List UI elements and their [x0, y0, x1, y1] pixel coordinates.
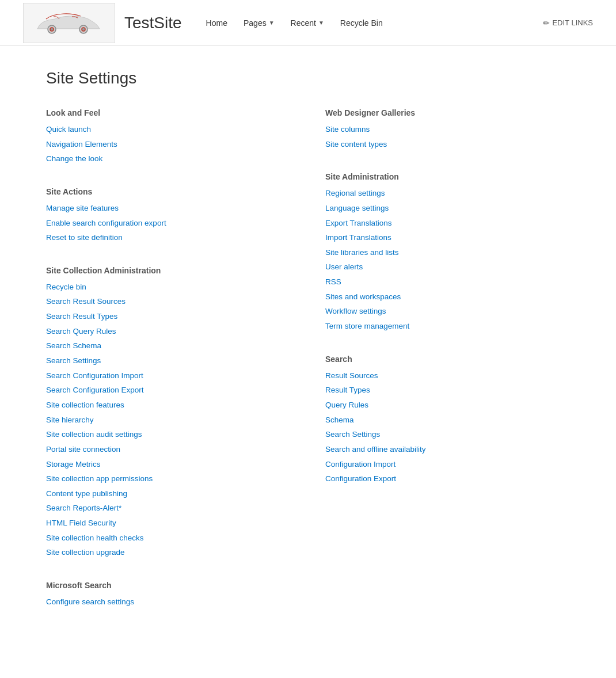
link-search-result-types[interactable]: Search Result Types — [46, 309, 291, 324]
link-site-content-types[interactable]: Site content types — [325, 137, 570, 152]
link-search-settings[interactable]: Search Settings — [46, 353, 291, 368]
nav-pages[interactable]: Pages ▼ — [237, 14, 282, 32]
link-navigation-elements[interactable]: Navigation Elements — [46, 137, 291, 152]
section-microsoft-search-heading: Microsoft Search — [46, 581, 291, 590]
link-recycle-bin[interactable]: Recycle bin — [46, 280, 291, 295]
link-site-collection-app-permissions[interactable]: Site collection app permissions — [46, 471, 291, 486]
link-export-translations[interactable]: Export Translations — [325, 216, 570, 231]
link-site-libraries-and-lists[interactable]: Site libraries and lists — [325, 245, 570, 260]
pages-arrow-icon: ▼ — [269, 20, 275, 26]
pencil-icon: ✏ — [543, 18, 550, 28]
site-logo — [23, 3, 115, 43]
section-search: Search Result Sources Result Types Query… — [325, 355, 570, 486]
settings-grid: Look and Feel Quick launch Navigation El… — [46, 108, 570, 630]
link-configure-search-settings[interactable]: Configure search settings — [46, 595, 291, 610]
main-content: Site Settings Look and Feel Quick launch… — [0, 46, 616, 653]
nav-home[interactable]: Home — [199, 14, 234, 32]
link-language-settings[interactable]: Language settings — [325, 201, 570, 216]
link-content-type-publishing[interactable]: Content type publishing — [46, 486, 291, 501]
section-look-and-feel: Look and Feel Quick launch Navigation El… — [46, 108, 291, 166]
link-site-collection-audit-settings[interactable]: Site collection audit settings — [46, 427, 291, 442]
site-title: TestSite — [124, 14, 182, 32]
section-site-actions-heading: Site Actions — [46, 187, 291, 196]
nav-recycle-bin[interactable]: Recycle Bin — [333, 14, 390, 32]
edit-links-label: EDIT LINKS — [552, 18, 593, 27]
section-site-administration-heading: Site Administration — [325, 172, 570, 181]
link-storage-metrics[interactable]: Storage Metrics — [46, 457, 291, 472]
link-search-reports-alert[interactable]: Search Reports-Alert* — [46, 501, 291, 516]
page-title: Site Settings — [46, 69, 570, 87]
right-column: Web Designer Galleries Site columns Site… — [325, 108, 570, 630]
link-site-collection-health-checks[interactable]: Site collection health checks — [46, 531, 291, 546]
link-site-collection-upgrade[interactable]: Site collection upgrade — [46, 545, 291, 560]
nav-recycle-bin-label: Recycle Bin — [340, 18, 383, 28]
section-look-and-feel-heading: Look and Feel — [46, 108, 291, 117]
link-result-types[interactable]: Result Types — [325, 383, 570, 398]
svg-point-3 — [82, 28, 85, 31]
section-site-administration: Site Administration Regional settings La… — [325, 172, 570, 333]
section-site-collection-admin-heading: Site Collection Administration — [46, 266, 291, 275]
link-search-and-offline-availability[interactable]: Search and offline availability — [325, 442, 570, 457]
link-search-settings-right[interactable]: Search Settings — [325, 427, 570, 442]
link-manage-site-features[interactable]: Manage site features — [46, 201, 291, 216]
link-regional-settings[interactable]: Regional settings — [325, 186, 570, 201]
link-html-field-security[interactable]: HTML Field Security — [46, 516, 291, 531]
logo-area: TestSite — [23, 3, 182, 43]
link-portal-site-connection[interactable]: Portal site connection — [46, 442, 291, 457]
nav-recent[interactable]: Recent ▼ — [284, 14, 331, 32]
link-result-sources[interactable]: Result Sources — [325, 368, 570, 383]
link-quick-launch[interactable]: Quick launch — [46, 122, 291, 137]
section-web-designer-galleries-heading: Web Designer Galleries — [325, 108, 570, 117]
section-microsoft-search: Microsoft Search Configure search settin… — [46, 581, 291, 610]
link-search-configuration-import[interactable]: Search Configuration Import — [46, 368, 291, 383]
link-rss[interactable]: RSS — [325, 275, 570, 290]
section-site-actions: Site Actions Manage site features Enable… — [46, 187, 291, 245]
section-search-heading: Search — [325, 355, 570, 364]
link-term-store-management[interactable]: Term store management — [325, 319, 570, 334]
link-change-the-look[interactable]: Change the look — [46, 151, 291, 166]
section-web-designer-galleries: Web Designer Galleries Site columns Site… — [325, 108, 570, 151]
link-site-collection-features[interactable]: Site collection features — [46, 398, 291, 413]
link-reset-to-site-definition[interactable]: Reset to site definition — [46, 230, 291, 245]
edit-links-button[interactable]: ✏ EDIT LINKS — [543, 18, 593, 28]
logo-car-icon — [32, 9, 107, 37]
link-user-alerts[interactable]: User alerts — [325, 260, 570, 275]
link-configuration-export[interactable]: Configuration Export — [325, 471, 570, 486]
link-query-rules[interactable]: Query Rules — [325, 398, 570, 413]
link-search-result-sources[interactable]: Search Result Sources — [46, 294, 291, 309]
link-search-query-rules[interactable]: Search Query Rules — [46, 324, 291, 339]
nav-recent-label: Recent — [291, 18, 316, 28]
left-column: Look and Feel Quick launch Navigation El… — [46, 108, 291, 630]
svg-point-2 — [50, 28, 54, 31]
nav-pages-label: Pages — [244, 18, 267, 28]
link-site-columns[interactable]: Site columns — [325, 122, 570, 137]
section-site-collection-admin: Site Collection Administration Recycle b… — [46, 266, 291, 560]
header: TestSite Home Pages ▼ Recent ▼ Recycle B… — [0, 0, 616, 46]
nav-home-label: Home — [206, 18, 227, 28]
link-workflow-settings[interactable]: Workflow settings — [325, 304, 570, 319]
link-import-translations[interactable]: Import Translations — [325, 230, 570, 245]
link-configuration-import[interactable]: Configuration Import — [325, 457, 570, 472]
nav-bar: Home Pages ▼ Recent ▼ Recycle Bin ✏ EDIT… — [199, 14, 593, 32]
recent-arrow-icon: ▼ — [318, 20, 324, 26]
link-sites-and-workspaces[interactable]: Sites and workspaces — [325, 290, 570, 304]
link-enable-search-config-export[interactable]: Enable search configuration export — [46, 216, 291, 231]
link-search-schema[interactable]: Search Schema — [46, 338, 291, 353]
link-schema[interactable]: Schema — [325, 413, 570, 428]
link-search-configuration-export[interactable]: Search Configuration Export — [46, 383, 291, 398]
link-site-hierarchy[interactable]: Site hierarchy — [46, 413, 291, 428]
